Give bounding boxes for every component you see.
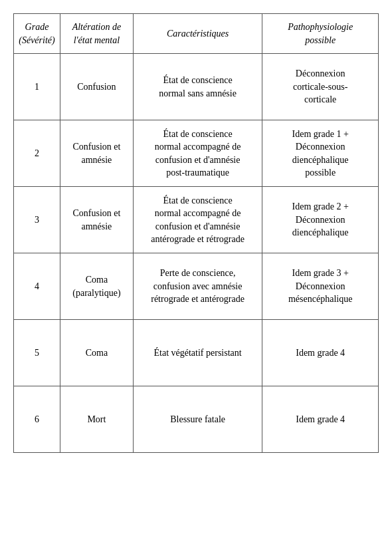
table-row: 2Confusion etamnésieÉtat de conscienceno… [14, 120, 379, 187]
severity-table: Grade(Sévérité) Altération del'état ment… [13, 13, 379, 453]
cell-alteration: Mort [60, 386, 133, 453]
cell-pathophysiologie: Idem grade 3 +Déconnexionmésencéphalique [262, 253, 379, 320]
cell-alteration: Confusion [60, 54, 133, 120]
cell-grade: 6 [14, 386, 60, 453]
cell-caracteristiques: Blessure fatale [133, 386, 262, 453]
cell-caracteristiques: État de consciencenormal accompagné deco… [133, 120, 262, 187]
cell-alteration: Coma(paralytique) [60, 253, 133, 320]
table-row: 3Confusion etamnésieÉtat de conscienceno… [14, 187, 379, 253]
cell-caracteristiques: Perte de conscience,confusion avec amnés… [133, 253, 262, 320]
cell-pathophysiologie: Déconnexioncorticale-sous-corticale [262, 54, 379, 120]
cell-pathophysiologie: Idem grade 2 +Déconnexiondiencéphalique [262, 187, 379, 253]
header-grade: Grade(Sévérité) [14, 14, 60, 54]
table-row: 6MortBlessure fataleIdem grade 4 [14, 386, 379, 453]
table-row: 5ComaÉtat végétatif persistantIdem grade… [14, 320, 379, 386]
header-alteration: Altération del'état mental [60, 14, 133, 54]
cell-alteration: Confusion etamnésie [60, 120, 133, 187]
cell-alteration: Confusion etamnésie [60, 187, 133, 253]
table-body: 1ConfusionÉtat de consciencenormal sans … [14, 54, 379, 453]
header-row: Grade(Sévérité) Altération del'état ment… [14, 14, 379, 54]
cell-caracteristiques: État de consciencenormal sans amnésie [133, 54, 262, 120]
cell-grade: 5 [14, 320, 60, 386]
cell-pathophysiologie: Idem grade 4 [262, 386, 379, 453]
cell-pathophysiologie: Idem grade 4 [262, 320, 379, 386]
table-container: Grade(Sévérité) Altération del'état ment… [13, 13, 379, 453]
cell-caracteristiques: État végétatif persistant [133, 320, 262, 386]
cell-pathophysiologie: Idem grade 1 +Déconnexiondiencéphaliquep… [262, 120, 379, 187]
table-row: 1ConfusionÉtat de consciencenormal sans … [14, 54, 379, 120]
cell-alteration: Coma [60, 320, 133, 386]
cell-grade: 4 [14, 253, 60, 320]
header-caracteristiques: Caractéristiques [133, 14, 262, 54]
header-pathophysiologie: Pathophysiologiepossible [262, 14, 379, 54]
cell-grade: 2 [14, 120, 60, 187]
cell-grade: 1 [14, 54, 60, 120]
table-row: 4Coma(paralytique)Perte de conscience,co… [14, 253, 379, 320]
cell-grade: 3 [14, 187, 60, 253]
cell-caracteristiques: État de consciencenormal accompagné deco… [133, 187, 262, 253]
